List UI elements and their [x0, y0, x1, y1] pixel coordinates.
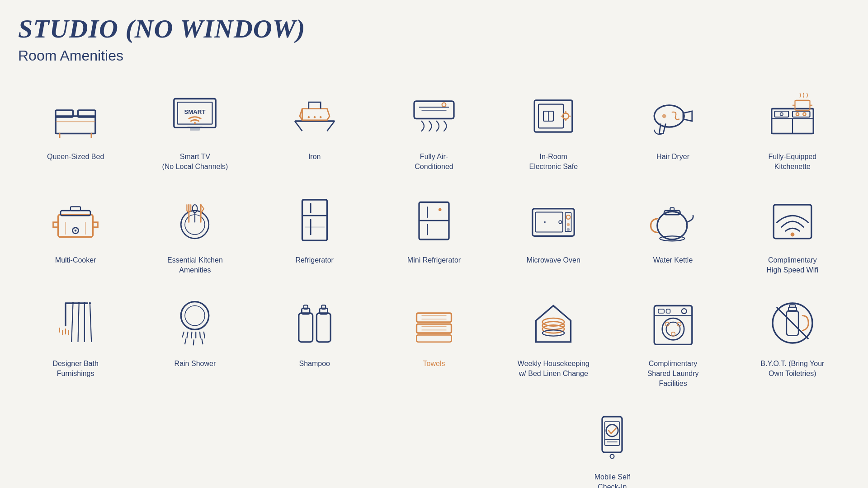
svg-point-11: [194, 122, 196, 124]
svg-line-16: [327, 121, 335, 131]
amenities-grid: Queen-Sized Bed SMART Smart TV(No Local …: [18, 82, 850, 394]
svg-rect-25: [538, 104, 563, 128]
smart-tv-icon: SMART: [165, 87, 224, 145]
svg-point-93: [78, 302, 80, 304]
microwave-icon: [524, 190, 583, 249]
laundry-icon: [644, 294, 703, 352]
svg-point-50: [75, 230, 76, 231]
amenity-shampoo: Shampoo: [257, 289, 372, 394]
amenity-rain-shower: Rain Shower: [137, 289, 252, 394]
svg-point-79: [559, 221, 562, 224]
mobile-checkin-icon: [583, 407, 642, 466]
last-row-container: Mobile SelfCheck-In: [375, 403, 850, 488]
section-subtitle: Room Amenities: [18, 47, 850, 64]
amenity-kitchenette: Fully-EquippedKitchenette: [735, 82, 850, 177]
svg-point-133: [662, 318, 684, 340]
refrigerator-icon: [285, 190, 344, 249]
hair-dryer-icon: [644, 87, 703, 145]
amenity-towels: Towels: [377, 289, 491, 394]
svg-rect-7: [56, 121, 95, 122]
bath-furnishings-label: Designer BathFurnishings: [52, 359, 98, 379]
svg-point-137: [671, 332, 675, 336]
svg-line-107: [204, 332, 205, 338]
svg-point-17: [307, 116, 309, 118]
amenity-microwave: Microwave Oven: [496, 186, 611, 280]
water-kettle-label: Water Kettle: [653, 255, 693, 265]
svg-point-134: [666, 322, 680, 336]
svg-rect-117: [416, 313, 451, 322]
svg-rect-0: [56, 116, 95, 134]
svg-line-108: [185, 339, 186, 344]
water-kettle-icon: [644, 190, 703, 249]
amenity-smart-tv: SMART Smart TV(No Local Channels): [137, 82, 252, 177]
svg-rect-37: [774, 111, 788, 117]
svg-point-132: [681, 309, 686, 314]
svg-line-110: [202, 339, 203, 344]
amenity-laundry: ComplimentaryShared LaundryFacilities: [615, 289, 730, 394]
amenity-mini-fridge: Mini Refrigerator: [377, 186, 491, 280]
amenity-mobile-checkin: Mobile SelfCheck-In: [569, 403, 655, 488]
multi-cooker-label: Multi-Cooker: [55, 255, 96, 265]
mini-fridge-label: Mini Refrigerator: [407, 255, 461, 265]
svg-line-91: [90, 303, 91, 342]
svg-rect-82: [670, 207, 674, 211]
air-conditioned-icon: [405, 87, 463, 145]
svg-point-85: [790, 232, 794, 236]
svg-rect-142: [789, 305, 795, 308]
svg-point-38: [780, 113, 783, 116]
svg-point-40: [796, 113, 799, 116]
shampoo-label: Shampoo: [299, 359, 330, 369]
kitchen-amenities-label: Essential KitchenAmenities: [167, 255, 223, 276]
svg-line-106: [200, 332, 200, 338]
laundry-label: ComplimentaryShared LaundryFacilities: [647, 359, 699, 389]
svg-rect-131: [666, 309, 670, 313]
amenity-hair-dryer: Hair Dryer: [615, 82, 730, 177]
svg-point-18: [314, 116, 316, 118]
svg-line-15: [295, 121, 302, 131]
towels-label: Towels: [423, 359, 445, 369]
hair-dryer-label: Hair Dryer: [656, 152, 689, 162]
bath-furnishings-icon: [46, 294, 105, 352]
queen-bed-icon: [46, 87, 105, 145]
byot-icon: [763, 294, 822, 352]
amenity-queen-bed: Queen-Sized Bed: [18, 82, 133, 177]
housekeeping-icon: [524, 294, 583, 352]
iron-icon: [285, 87, 344, 145]
amenity-iron: Iron: [257, 82, 372, 177]
amenity-multi-cooker: Multi-Cooker: [18, 186, 133, 280]
shampoo-icon: [285, 294, 344, 352]
svg-rect-119: [416, 335, 451, 342]
svg-rect-118: [416, 324, 451, 333]
svg-line-88: [71, 303, 73, 342]
byot-label: B.Y.O.T. (Bring YourOwn Toiletries): [760, 359, 824, 379]
amenity-kitchen-amenities: Essential KitchenAmenities: [137, 186, 252, 280]
rain-shower-icon: [165, 294, 224, 352]
svg-rect-39: [793, 111, 810, 117]
svg-rect-13: [190, 127, 200, 131]
amenity-housekeeping: Weekly Housekeepingw/ Bed Linen Change: [496, 289, 611, 394]
amenity-electronic-safe: In-RoomElectronic Safe: [496, 82, 611, 177]
svg-rect-111: [299, 313, 313, 342]
svg-point-19: [320, 116, 321, 118]
air-conditioned-label: Fully Air-Conditioned: [415, 152, 453, 172]
kitchen-amenities-icon: [165, 190, 224, 249]
svg-point-77: [567, 223, 570, 226]
svg-rect-114: [316, 313, 330, 342]
amenity-water-kettle: Water Kettle: [615, 186, 730, 280]
wifi-icon: [763, 190, 822, 249]
multi-cooker-icon: [46, 190, 105, 249]
iron-label: Iron: [308, 152, 321, 162]
svg-point-76: [566, 215, 571, 219]
refrigerator-label: Refrigerator: [295, 255, 333, 265]
mobile-checkin-label: Mobile SelfCheck-In: [594, 472, 630, 488]
smart-tv-label: Smart TV(No Local Channels): [162, 152, 228, 172]
svg-line-102: [183, 332, 184, 337]
kitchenette-label: Fully-EquippedKitchenette: [768, 152, 816, 172]
microwave-label: Microwave Oven: [527, 255, 580, 265]
svg-rect-62: [302, 200, 327, 240]
amenity-byot: B.Y.O.T. (Bring YourOwn Toiletries): [735, 289, 850, 394]
svg-point-148: [610, 454, 614, 458]
electronic-safe-label: In-RoomElectronic Safe: [529, 152, 578, 172]
rain-shower-label: Rain Shower: [175, 359, 216, 369]
svg-point-78: [567, 228, 570, 231]
